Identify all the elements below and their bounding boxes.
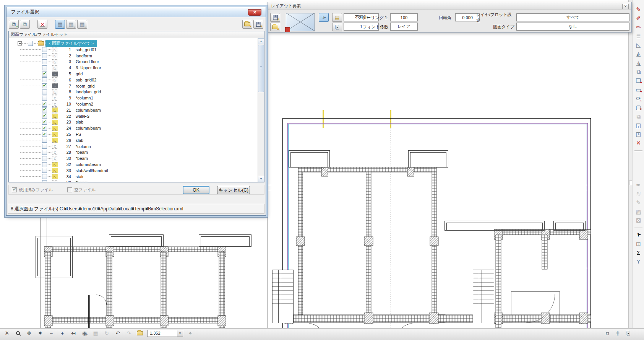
select-region-icon[interactable]: ⊡ — [634, 240, 643, 248]
file-name[interactable]: slab/wall/handrail — [76, 168, 108, 173]
insert-element-icon[interactable]: ▢✚ — [634, 103, 643, 111]
row-checkbox[interactable] — [42, 120, 47, 125]
zoom-scale-combo[interactable]: 1.352 ▼ — [147, 330, 183, 337]
tree-row[interactable]: ◺6sab_grid02 — [9, 77, 258, 83]
orbit-icon[interactable]: ↻ — [103, 329, 110, 337]
tree-row[interactable]: ◺23slab — [9, 119, 258, 125]
building-group-icon[interactable]: ▦↘ — [66, 20, 76, 29]
rotate-element-icon[interactable]: ⟳▱ — [634, 94, 643, 102]
tree-row[interactable]: ◺21column/beam — [9, 107, 258, 113]
mirror-copy-icon[interactable]: ◮ — [634, 59, 643, 67]
pin-icon[interactable]: ⌖ — [187, 329, 194, 337]
tree-row[interactable]: C30*beam — [9, 155, 258, 161]
empty-files-checkbox[interactable] — [67, 187, 72, 192]
pen-point-icon[interactable]: ✐ — [634, 14, 643, 22]
file-name[interactable]: room_grid — [76, 84, 95, 88]
tree-row[interactable]: ▫7room_grid — [9, 83, 258, 89]
row-checkbox[interactable] — [42, 168, 47, 173]
building-structure-icon[interactable]: ▦↓ — [55, 20, 65, 29]
ok-button[interactable]: OK — [183, 186, 209, 194]
select-arrow-icon[interactable]: ➤ — [634, 231, 643, 239]
cancel-button[interactable]: キャンセル(C) — [217, 186, 250, 194]
row-checkbox[interactable] — [42, 132, 47, 137]
row-checkbox[interactable] — [42, 59, 47, 64]
row-checkbox[interactable] — [42, 162, 47, 167]
tree-row[interactable]: ◺26slab — [9, 137, 258, 143]
root-checkbox[interactable] — [28, 41, 33, 46]
file-name[interactable]: column/beam — [76, 162, 101, 167]
save-layout-icon[interactable]: ↲ — [270, 13, 280, 22]
file-name[interactable]: slab — [76, 138, 83, 143]
hatch-pen-icon[interactable]: ▨ — [634, 208, 643, 216]
row-checkbox[interactable] — [42, 114, 47, 119]
tree-row[interactable]: ◺8landplan_grid — [9, 89, 258, 95]
scroll-up-icon[interactable]: ▲ — [258, 38, 264, 44]
used-files-checkbox[interactable] — [12, 187, 17, 192]
file-name[interactable]: *column — [76, 144, 91, 149]
file-name[interactable]: Ground floor — [76, 59, 99, 64]
tree-row[interactable]: ◺34stair — [9, 174, 258, 180]
pen-segment-icon[interactable]: ✏ — [634, 23, 643, 31]
row-checkbox[interactable] — [42, 156, 47, 161]
tree-row[interactable]: ◺3Ground floor — [9, 59, 258, 65]
render-icon[interactable]: ◉▾ — [81, 329, 88, 337]
split-view-icon[interactable]: ⋕ — [614, 329, 621, 337]
cascade-icon[interactable]: ⧉ — [634, 112, 643, 120]
row-checkbox[interactable] — [42, 96, 47, 101]
delete-icon[interactable]: ✕ — [634, 139, 643, 147]
row-checkbox[interactable] — [42, 89, 47, 94]
row-checkbox[interactable] — [42, 174, 47, 179]
tree-row[interactable]: ◺43. Upper floor — [9, 65, 258, 71]
tree-row[interactable]: C28*beam — [9, 150, 258, 156]
setsquare-pen-icon[interactable]: ◺ — [634, 41, 643, 49]
undo-icon[interactable]: ↶ — [114, 329, 122, 337]
zoom-region-icon[interactable] — [14, 329, 22, 337]
file-name[interactable]: landform — [76, 54, 92, 58]
tree-root-row[interactable]: ＜図面ファイルすべて＞ — [9, 40, 258, 47]
tree-row[interactable]: ◺22wall/FS — [9, 113, 258, 119]
tree-root-label[interactable]: ＜図面ファイルすべて＞ — [45, 40, 97, 47]
zoom-all-icon[interactable]: ✳ — [3, 329, 11, 337]
open-view-icon[interactable] — [136, 329, 144, 337]
tree-row[interactable]: C9*column1 — [9, 95, 258, 101]
tree-row[interactable]: C27*column — [9, 143, 258, 150]
document-pair-icon[interactable]: ⧉ — [20, 20, 30, 29]
scrollbar-thumb[interactable] — [258, 45, 264, 92]
drawing-type-field[interactable]: なし — [516, 23, 629, 31]
scroll-down-icon[interactable]: ▼ — [258, 176, 264, 182]
row-checkbox[interactable] — [42, 83, 47, 88]
row-checkbox[interactable] — [42, 107, 47, 112]
regen-icon[interactable]: ✶ — [36, 329, 44, 337]
file-name[interactable]: FS — [76, 132, 81, 137]
file-name[interactable]: column/beam — [76, 126, 101, 130]
tree-row[interactable]: ◺1sab_grid01 — [9, 47, 258, 53]
layer-plot-field[interactable]: すべて — [516, 13, 629, 21]
save-file-set-icon[interactable]: ↷ — [253, 20, 263, 29]
tree-row[interactable]: ◺25FS — [9, 131, 258, 137]
sum-icon[interactable]: Σ — [634, 249, 643, 257]
close-icon[interactable]: ✕ — [248, 9, 261, 16]
match-properties-icon[interactable]: ≋ — [634, 190, 643, 198]
row-checkbox[interactable] — [42, 180, 47, 182]
row-checkbox[interactable] — [42, 72, 47, 76]
open-file-set-icon[interactable]: ↷ — [242, 20, 252, 29]
redo-icon[interactable]: ↷ — [125, 329, 133, 337]
paste-icon[interactable]: ⎘ — [624, 329, 632, 337]
file-name[interactable]: grid — [76, 72, 83, 76]
file-name[interactable]: *column2 — [76, 102, 93, 106]
row-checkbox[interactable] — [42, 150, 47, 155]
tree-row[interactable]: ▫5grid — [9, 71, 258, 77]
file-name[interactable]: column/beam — [76, 108, 101, 112]
pan-icon[interactable]: ❖ — [25, 329, 33, 337]
font-factor-field[interactable]: レイア — [390, 23, 418, 31]
row-checkbox[interactable] — [42, 65, 47, 70]
file-name[interactable]: slab — [76, 120, 83, 124]
row-checkbox[interactable] — [42, 102, 47, 107]
freehand-pen-icon[interactable]: ✎ — [634, 198, 643, 207]
random-icon[interactable]: ⚄ — [634, 216, 643, 224]
eyedropper-icon[interactable]: ✒ — [634, 181, 643, 189]
filter-icon[interactable]: Y — [634, 257, 643, 265]
tree-row[interactable]: ◺24column/beam — [9, 125, 258, 131]
parallel-lines-icon[interactable]: ≣ — [634, 32, 643, 40]
move-element-icon[interactable]: ❏➜ — [634, 76, 643, 85]
